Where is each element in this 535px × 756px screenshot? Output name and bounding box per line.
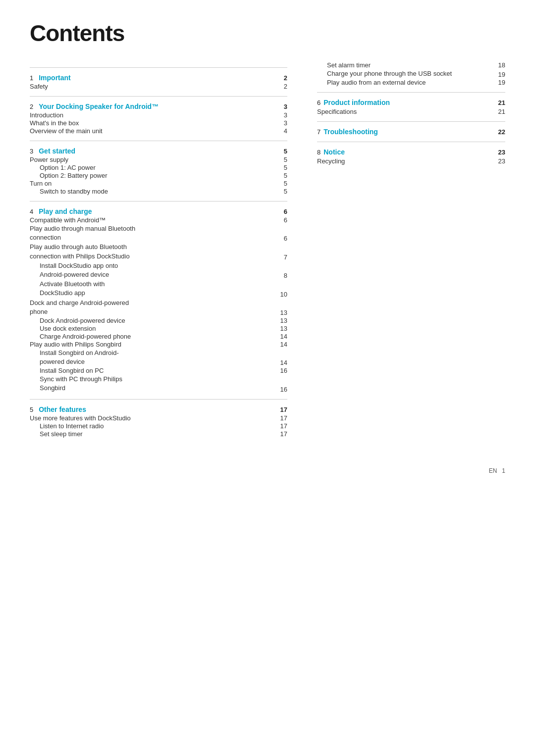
item-text: Charge your phone through the USB socket <box>327 69 452 78</box>
toc-section-1: 1 Important 2 Safety 2 <box>30 67 287 90</box>
list-item: Listen to Internet radio 17 <box>30 422 287 430</box>
item-page: 13 <box>277 309 287 316</box>
toc-left: 1 Important 2 Safety 2 2 Your Docking Sp… <box>30 61 287 443</box>
item-text: Use dock extension <box>40 325 96 332</box>
list-item: Dock and charge Android-powered phone 13 <box>30 299 287 316</box>
list-item: Use more features with DockStudio 17 <box>30 414 287 422</box>
section-header-3: 3 Get started 5 <box>30 147 287 155</box>
list-item: Charge Android-powered phone 14 <box>30 333 287 340</box>
right-section-page-8: 23 <box>498 149 505 156</box>
right-section-num-7: 7 <box>317 128 321 136</box>
item-page: 16 <box>277 367 287 374</box>
section-num-2: 2 <box>30 103 33 110</box>
item-page: 13 <box>277 317 287 324</box>
list-item: Install Songbird on PC 16 <box>30 367 287 374</box>
item-page: 17 <box>277 422 287 430</box>
item-text: Dock and charge Android-powered phone <box>30 299 139 316</box>
item-text: Overview of the main unit <box>30 127 103 135</box>
list-item: Power supply 5 <box>30 156 287 163</box>
right-section-6: 6 Product information 21 Specifications … <box>317 92 505 115</box>
item-page: 4 <box>277 127 287 135</box>
item-page: 13 <box>277 325 287 332</box>
item-page: 14 <box>277 333 287 340</box>
right-section-divider-8 <box>317 142 505 142</box>
item-text: Set sleep timer <box>40 430 83 438</box>
right-section-heading-row-6: 6 Product information <box>317 99 390 106</box>
item-text: Play audio through auto Bluetooth connec… <box>30 243 139 260</box>
item-page: 8 <box>277 272 287 279</box>
item-text: Activate Bluetooth with DockStudio app <box>40 280 139 298</box>
list-item: Install Songbird on Android-powered devi… <box>30 349 287 366</box>
item-page: 17 <box>277 430 287 438</box>
section-title-5: Other features <box>39 405 86 413</box>
right-section-title-6: Product information <box>323 99 390 106</box>
list-item: Specifications 21 <box>317 108 505 115</box>
item-page: 5 <box>277 156 287 163</box>
right-section-num-8: 8 <box>317 149 321 156</box>
section-title-3: Get started <box>39 147 75 155</box>
right-section-num-6: 6 <box>317 99 321 106</box>
item-page: 5 <box>277 164 287 171</box>
list-item: Option 2: Battery power 5 <box>30 172 287 179</box>
item-page: 17 <box>277 414 287 422</box>
footer-page: 1 <box>502 467 505 474</box>
right-section-7: 7 Troubleshooting 22 <box>317 121 505 136</box>
section-page-1: 2 <box>284 74 287 82</box>
section-num-1: 1 <box>30 74 33 82</box>
item-page: 6 <box>277 235 287 242</box>
list-item: Install DockStudio app onto Android-powe… <box>30 261 287 279</box>
toc-section-4: 4 Play and charge 6 Compatible with Andr… <box>30 201 287 393</box>
list-item: Charge your phone through the USB socket… <box>317 69 505 78</box>
item-text: Safety <box>30 83 48 90</box>
right-section-header-8: 8 Notice 23 <box>317 148 505 156</box>
section-divider-3 <box>30 141 287 141</box>
item-text: Play audio through manual Bluetooth conn… <box>30 224 139 242</box>
section-num-3: 3 <box>30 148 33 155</box>
item-text: Dock Android-powered device <box>40 317 125 324</box>
item-page: 3 <box>277 119 287 127</box>
item-page: 2 <box>277 83 287 90</box>
item-page: 5 <box>277 180 287 187</box>
section-divider-2 <box>30 96 287 97</box>
right-section-page-6: 21 <box>498 99 505 106</box>
list-item: Switch to standby mode 5 <box>30 188 287 195</box>
right-section-header-6: 6 Product information 21 <box>317 99 505 106</box>
item-page: 6 <box>277 216 287 224</box>
section-heading-row-5: 5 Other features <box>30 405 86 413</box>
item-page: 10 <box>277 291 287 298</box>
item-page: 16 <box>277 386 287 393</box>
list-item: Turn on 5 <box>30 180 287 187</box>
footer-lang: EN <box>489 467 497 474</box>
toc-right: Set alarm timer 18 Charge your phone thr… <box>317 61 505 170</box>
right-section-5-cont: Set alarm timer 18 Charge your phone thr… <box>317 61 505 86</box>
item-text: Play audio from an external device <box>327 79 426 86</box>
list-item: Recycling 23 <box>317 157 505 165</box>
list-item: Sync with PC through Philips Songbird 16 <box>30 375 287 393</box>
item-text: Set alarm timer <box>327 61 371 69</box>
item-page: 18 <box>495 61 505 69</box>
section-num-4: 4 <box>30 208 33 215</box>
list-item: Option 1: AC power 5 <box>30 164 287 171</box>
item-text: Charge Android-powered phone <box>40 333 131 340</box>
page-container: Contents 1 Important 2 Safety 2 <box>30 20 505 474</box>
list-item: Dock Android-powered device 13 <box>30 317 287 324</box>
item-text: Switch to standby mode <box>40 188 108 195</box>
section-heading-row-3: 3 Get started <box>30 147 75 155</box>
toc-layout: 1 Important 2 Safety 2 2 Your Docking Sp… <box>30 61 505 443</box>
list-item: Use dock extension 13 <box>30 325 287 332</box>
section-divider-4 <box>30 201 287 202</box>
item-page: 5 <box>277 172 287 179</box>
list-item: Set alarm timer 18 <box>317 61 505 69</box>
list-item: Play audio with Philips Songbird 14 <box>30 341 287 348</box>
item-text: Use more features with DockStudio <box>30 414 131 422</box>
item-text: Option 2: Battery power <box>40 172 107 179</box>
section-page-3: 5 <box>284 148 287 155</box>
item-page: 5 <box>277 188 287 195</box>
section-divider-1 <box>30 67 287 68</box>
item-page: 7 <box>277 253 287 261</box>
list-item: What's in the box 3 <box>30 119 287 127</box>
right-section-title-8: Notice <box>323 148 345 156</box>
section-heading-row-2: 2 Your Docking Speaker for Android™ <box>30 102 159 110</box>
section-header-5: 5 Other features 17 <box>30 405 287 413</box>
right-section-8: 8 Notice 23 Recycling 23 <box>317 142 505 165</box>
